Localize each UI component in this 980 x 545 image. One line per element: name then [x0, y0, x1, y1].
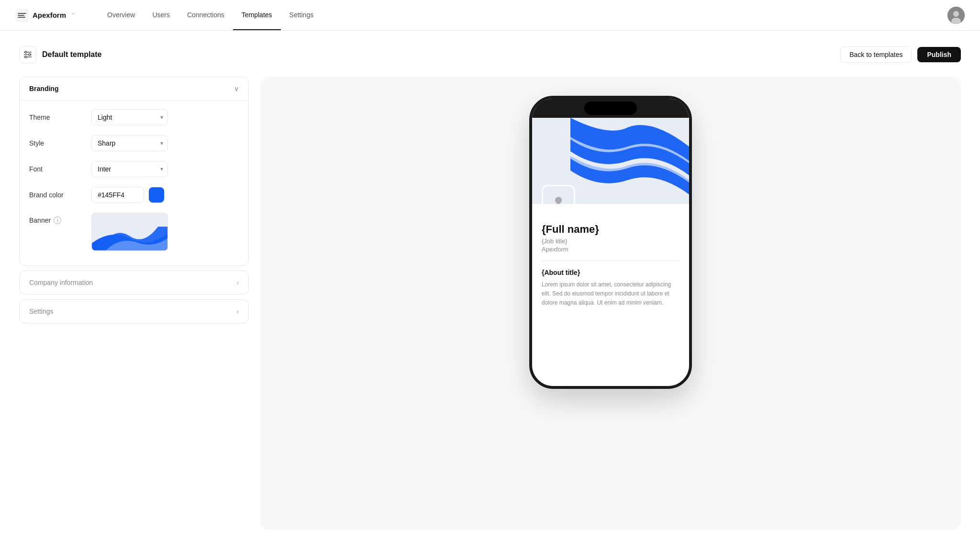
tab-templates[interactable]: Templates	[233, 0, 281, 30]
logo-area[interactable]: Apexform ⌃	[15, 9, 76, 22]
phone-divider	[542, 261, 679, 261]
branding-section-title: Branding	[29, 85, 58, 92]
theme-control: Light Dark ▾	[91, 109, 239, 125]
svg-point-5	[29, 54, 31, 56]
settings-nav-label: Settings	[29, 307, 54, 315]
font-select[interactable]: Inter Roboto Poppins Open Sans	[91, 161, 168, 177]
header-actions: Back to templates Publish	[840, 46, 961, 63]
banner-row: Banner i	[29, 208, 239, 256]
settings-nav[interactable]: Settings ›	[19, 299, 249, 323]
avatar-image	[947, 7, 965, 24]
phone-company: Apexform	[542, 246, 679, 253]
main-layout: Default template Back to templates Publi…	[0, 31, 980, 545]
brand-color-control	[91, 187, 239, 203]
font-select-wrapper: Inter Roboto Poppins Open Sans ▾	[91, 161, 168, 177]
banner-label: Banner	[29, 216, 51, 224]
phone-about-title: {About title}	[542, 269, 679, 276]
publish-button[interactable]: Publish	[917, 47, 961, 62]
theme-select-wrapper: Light Dark ▾	[91, 109, 168, 125]
user-avatar[interactable]	[947, 7, 965, 24]
template-header: Default template Back to templates Publi…	[19, 46, 961, 63]
banner-label-area: Banner i	[29, 213, 91, 224]
phone-full-name: {Full name}	[542, 223, 679, 236]
theme-label: Theme	[29, 114, 91, 121]
svg-point-6	[25, 56, 27, 58]
svg-point-15	[555, 197, 562, 204]
phone-pill	[584, 102, 637, 115]
style-select[interactable]: Sharp Rounded Soft	[91, 135, 168, 151]
brand-color-label: Brand color	[29, 191, 91, 199]
font-row: Font Inter Roboto Poppins Open Sans ▾	[29, 156, 239, 182]
theme-row: Theme Light Dark ▾	[29, 104, 239, 130]
phone-job-title: {Job title}	[542, 238, 679, 245]
topbar: Apexform ⌃ Overview Users Connections Te…	[0, 0, 980, 31]
svg-point-4	[25, 51, 27, 53]
company-information-arrow-icon: ›	[236, 279, 239, 286]
style-label: Style	[29, 139, 91, 147]
banner-wave-svg	[92, 213, 167, 250]
avatar-svg	[947, 7, 965, 24]
font-label: Font	[29, 165, 91, 173]
theme-select[interactable]: Light Dark	[91, 109, 168, 125]
left-panel: Branding ∨ Theme Light Dark	[19, 77, 249, 530]
style-row: Style Sharp Rounded Soft ▾	[29, 130, 239, 156]
tab-connections[interactable]: Connections	[178, 0, 233, 30]
brand-color-row: Brand color	[29, 182, 239, 208]
phone-notch	[532, 99, 689, 118]
style-control: Sharp Rounded Soft ▾	[91, 135, 239, 151]
banner-info-icon[interactable]: i	[54, 216, 61, 224]
tab-overview[interactable]: Overview	[99, 0, 144, 30]
svg-point-2	[953, 11, 959, 17]
preview-panel: {Full name} {Job title} Apexform {About …	[260, 77, 961, 530]
topbar-right	[947, 7, 965, 24]
tab-users[interactable]: Users	[144, 0, 178, 30]
back-to-templates-button[interactable]: Back to templates	[840, 46, 912, 63]
company-information-nav[interactable]: Company information ›	[19, 271, 249, 295]
branding-section-body: Theme Light Dark ▾	[20, 100, 248, 265]
content-area: Branding ∨ Theme Light Dark	[19, 77, 961, 530]
phone-content: {Full name} {Job title} Apexform {About …	[532, 118, 689, 386]
brand-color-swatch[interactable]	[149, 187, 164, 203]
branding-chevron-icon: ∨	[234, 85, 239, 92]
logo-chevron-icon: ⌃	[71, 12, 76, 19]
font-control: Inter Roboto Poppins Open Sans ▾	[91, 161, 239, 177]
phone-banner	[532, 118, 689, 204]
svg-point-16	[553, 204, 564, 204]
settings-nav-arrow-icon: ›	[236, 307, 239, 315]
phone-about-text: Lorem ipsum dolor sit amet, consectetur …	[542, 280, 679, 308]
template-icon	[19, 46, 36, 63]
branding-section: Branding ∨ Theme Light Dark	[19, 77, 249, 266]
brand-color-input[interactable]	[91, 187, 144, 203]
phone-avatar-placeholder	[542, 185, 575, 204]
style-select-wrapper: Sharp Rounded Soft ▾	[91, 135, 168, 151]
user-placeholder-icon	[550, 193, 567, 204]
tab-settings[interactable]: Settings	[281, 0, 323, 30]
banner-preview[interactable]	[91, 213, 168, 251]
phone-body: {Full name} {Job title} Apexform {About …	[532, 204, 689, 318]
color-input-group	[91, 187, 239, 203]
logo-icon	[15, 9, 29, 22]
main-nav: Overview Users Connections Templates Set…	[99, 0, 322, 30]
app-name: Apexform	[33, 11, 66, 19]
template-title-area: Default template	[19, 46, 101, 63]
company-information-label: Company information	[29, 279, 93, 286]
sliders-icon	[23, 50, 33, 59]
template-title: Default template	[42, 50, 101, 59]
phone-mockup: {Full name} {Job title} Apexform {About …	[529, 96, 692, 389]
branding-section-header[interactable]: Branding ∨	[20, 77, 248, 100]
